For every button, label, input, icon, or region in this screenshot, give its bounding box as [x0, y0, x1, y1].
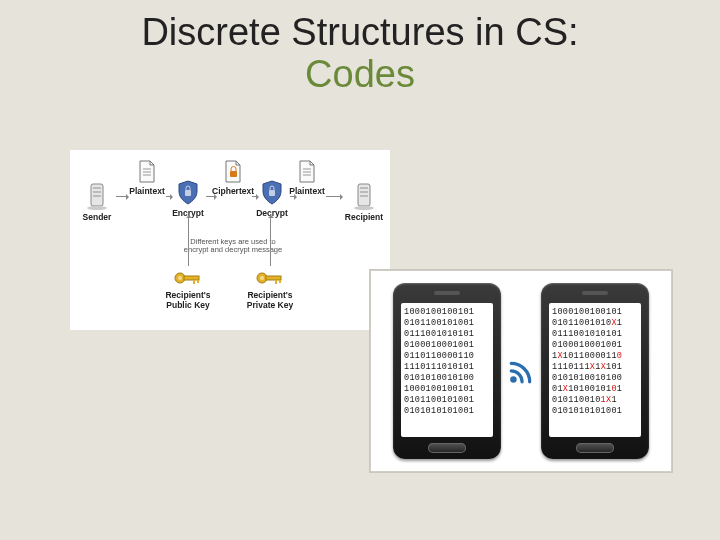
phone-screen-binary-errors: 100010010010101011001010X101110010101010…: [549, 303, 641, 437]
document-icon: [296, 160, 318, 184]
shield-icon: [176, 180, 200, 206]
svg-rect-9: [230, 171, 237, 177]
svg-rect-16: [360, 191, 368, 193]
arrow-icon: [252, 196, 258, 197]
plaintext-in-label: Plaintext: [126, 186, 168, 196]
phone-receiver: 100010010010101011001010X101110010101010…: [541, 283, 649, 459]
svg-rect-26: [266, 276, 281, 280]
svg-rect-1: [93, 187, 101, 189]
plaintext-out-label: Plaintext: [286, 186, 328, 196]
shield-icon: [260, 180, 284, 206]
server-icon: [350, 182, 378, 210]
recipient-label: Recipient: [342, 212, 386, 222]
recipient-node: Recipient: [342, 182, 386, 222]
svg-rect-23: [197, 280, 199, 283]
plaintext-in-node: Plaintext: [126, 160, 168, 196]
svg-rect-8: [185, 190, 191, 196]
phone-home-button: [428, 443, 466, 453]
phone-sender: 1000100100101010110010100101110010101010…: [393, 283, 501, 459]
svg-rect-17: [360, 195, 368, 197]
title-line-2: Codes: [0, 54, 720, 96]
public-key-label: Recipient's Public Key: [160, 290, 216, 310]
document-icon: [136, 160, 158, 184]
svg-rect-10: [269, 190, 275, 196]
svg-point-20: [178, 276, 182, 280]
title-line-1: Discrete Structures in CS:: [0, 12, 720, 54]
svg-rect-3: [93, 195, 101, 197]
svg-point-25: [260, 276, 264, 280]
ciphertext-node: Ciphertext: [212, 160, 254, 196]
svg-rect-2: [93, 191, 101, 193]
private-key-node: Recipient's Private Key: [242, 268, 298, 310]
svg-point-18: [354, 206, 374, 210]
svg-point-4: [87, 206, 107, 210]
svg-rect-21: [184, 276, 199, 280]
arrow-icon: [188, 216, 189, 266]
different-keys-note: Different keys are used to encrypt and d…: [178, 238, 288, 255]
arrow-icon: [116, 196, 128, 197]
phone-screen-binary: 1000100100101010110010100101110010101010…: [401, 303, 493, 437]
slide-title: Discrete Structures in CS: Codes: [0, 0, 720, 96]
phone-earpiece: [582, 291, 608, 295]
encryption-diagram: Sender Plaintext Encrypt Ciphertext: [70, 150, 390, 330]
key-icon: [173, 268, 203, 288]
server-icon: [83, 182, 111, 210]
svg-rect-22: [193, 280, 195, 284]
svg-point-29: [510, 376, 517, 383]
phone-home-button: [576, 443, 614, 453]
key-icon: [255, 268, 285, 288]
phone-earpiece: [434, 291, 460, 295]
arrow-icon: [290, 196, 296, 197]
arrow-icon: [270, 216, 271, 266]
svg-rect-15: [360, 187, 368, 189]
sender-label: Sender: [76, 212, 118, 222]
svg-rect-28: [279, 280, 281, 283]
arrow-icon: [206, 196, 216, 197]
private-key-label: Recipient's Private Key: [242, 290, 298, 310]
plaintext-out-node: Plaintext: [286, 160, 328, 196]
arrow-icon: [326, 196, 342, 197]
wireless-transmit-icon: [508, 359, 534, 385]
public-key-node: Recipient's Public Key: [160, 268, 216, 310]
locked-document-icon: [222, 160, 244, 184]
sender-node: Sender: [76, 182, 118, 222]
arrow-icon: [166, 196, 172, 197]
phones-diagram: 1000100100101010110010100101110010101010…: [370, 270, 672, 472]
svg-rect-27: [275, 280, 277, 284]
